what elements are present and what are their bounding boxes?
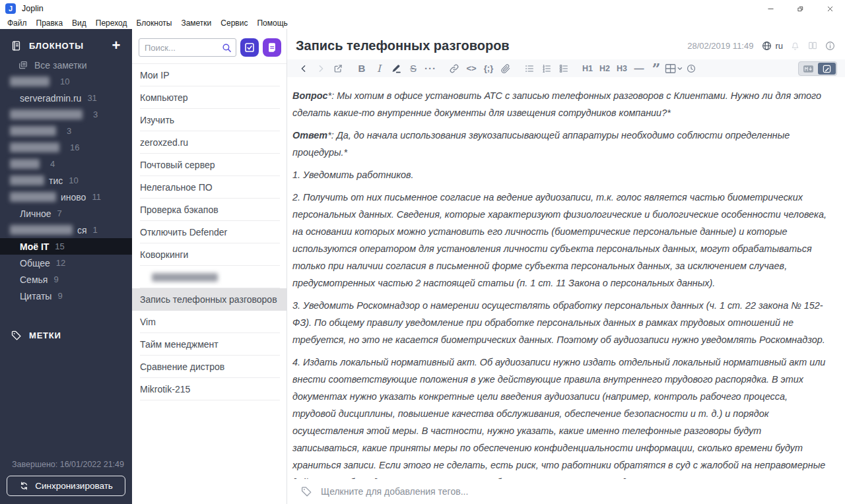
note-title: zeroxzed.ru (140, 137, 188, 148)
sidebar-item-notebook[interactable]: иново11 (0, 189, 132, 205)
sidebar-item-notebook[interactable]: Общее12 (0, 255, 132, 271)
new-note-button[interactable] (263, 38, 281, 57)
menu-item[interactable]: Блокноты (131, 18, 176, 28)
sidebar-item-all-notes[interactable]: Все заметки (0, 57, 132, 73)
title-bar: J Joplin (0, 0, 845, 17)
layout-columns-icon[interactable] (807, 40, 818, 51)
tags-header: МЕТКИ (0, 319, 132, 346)
note-list-item[interactable]: zeroxzed.ru (132, 131, 287, 154)
sidebar-item-notebook[interactable]: Семья9 (0, 271, 132, 288)
menu-item[interactable]: Сервис (216, 18, 252, 28)
new-notebook-button[interactable]: + (108, 39, 124, 52)
attach-file-button[interactable] (497, 60, 514, 77)
sidebar: БЛОКНОТЫ + Все заметки 10serveradmin.ru3… (0, 29, 132, 504)
note-list-item[interactable]: Коворкинги (132, 243, 287, 266)
note-list-item[interactable]: Mikrotik-215 (132, 378, 287, 400)
synchronize-button-label: Синхронизировать (35, 481, 113, 491)
note-list-item[interactable] (132, 266, 287, 288)
menu-item[interactable]: Переход (91, 18, 132, 28)
blockquote-button[interactable]: ” (648, 60, 665, 77)
note-list-item[interactable]: Нелегальное ПО (132, 176, 287, 199)
heading-2-button[interactable]: H2 (596, 60, 613, 77)
note-list-item[interactable]: Почтовый сервер (132, 154, 287, 176)
sidebar-item-notebook[interactable]: ся1 (0, 222, 132, 238)
synchronize-button[interactable]: Синхронизировать (7, 476, 125, 496)
tag-outline-icon (300, 486, 312, 497)
sidebar-item-notebook[interactable]: serveradmin.ru31 (0, 90, 132, 106)
sidebar-item-notebook[interactable]: Цитаты9 (0, 288, 132, 304)
strikethrough-button[interactable]: S (405, 60, 422, 77)
insert-datetime-button[interactable] (683, 60, 700, 77)
note-list-item[interactable]: Тайм менеджмент (132, 333, 287, 356)
horizontal-rule-button[interactable]: — (630, 60, 648, 77)
notebook-label: serveradmin.ru (20, 93, 81, 104)
sidebar-item-notebook[interactable]: 16 (0, 139, 132, 156)
sidebar-item-notebook[interactable]: Личное7 (0, 205, 132, 222)
note-body[interactable]: Вопрос*: Мы хотим в офисе установить АТС… (287, 77, 845, 479)
note-title: Нелегальное ПО (140, 182, 213, 193)
heading-1-button[interactable]: H1 (579, 60, 596, 77)
restore-button[interactable] (786, 0, 815, 17)
insert-table-button[interactable] (665, 60, 683, 77)
note-list-item[interactable]: Проверка бэкапов (132, 199, 287, 221)
note-list-item[interactable]: Изучить (132, 109, 287, 131)
note-title: Мои IP (140, 70, 170, 80)
redacted-label (10, 77, 50, 86)
note-list-item[interactable]: Компьютер (132, 86, 287, 109)
note-count: 9 (57, 291, 62, 301)
note-list-item[interactable]: Vim (132, 311, 287, 333)
highlight-button[interactable] (388, 60, 405, 77)
restore-icon (797, 5, 804, 13)
notebook-label: тис (49, 175, 63, 186)
search-icon (221, 42, 232, 53)
new-todo-button[interactable] (240, 38, 259, 57)
hyperlink-button[interactable] (446, 60, 463, 77)
minimize-button[interactable] (756, 0, 786, 17)
note-list-item[interactable]: Сравнение дистров (132, 356, 287, 378)
notebook-label: Общее (20, 258, 50, 268)
bulleted-list-button[interactable] (521, 60, 538, 77)
tag-icon (11, 330, 22, 341)
sync-icon (19, 481, 29, 491)
sidebar-item-notebook[interactable]: 3 (0, 123, 132, 139)
inline-code-button[interactable]: <> (463, 60, 480, 77)
notebook-label: Моё IT (20, 241, 49, 252)
sidebar-item-notebook[interactable]: Моё IT15 (0, 238, 132, 255)
tag-bar[interactable]: Щелкните для добавления тегов... (287, 479, 845, 504)
markdown-view-button[interactable] (799, 63, 817, 75)
heading-3-button[interactable]: H3 (613, 60, 630, 77)
menu-item[interactable]: Помощь (252, 18, 292, 28)
redacted-label (10, 175, 44, 185)
checkbox-list-button[interactable] (555, 60, 572, 77)
note-list-item[interactable]: Отключить Defender (132, 221, 287, 243)
note-title: Тайм менеджмент (140, 339, 219, 350)
menu-item[interactable]: Вид (67, 18, 91, 28)
menu-item[interactable]: Заметки (176, 18, 216, 28)
code-block-button[interactable]: {;} (480, 60, 497, 77)
note-timestamp: 28/02/2019 11:49 (687, 41, 753, 51)
sidebar-item-notebook[interactable]: 4 (0, 156, 132, 172)
spellcheck-language-button[interactable]: ru (761, 40, 783, 51)
sidebar-item-notebook[interactable]: 10 (0, 73, 132, 90)
note-list-item[interactable]: Запись телефонных разговоров (132, 288, 287, 311)
note-properties-icon[interactable] (825, 40, 836, 51)
notebook-icon (11, 40, 22, 51)
forward-button[interactable] (312, 60, 329, 77)
close-button[interactable] (815, 0, 845, 17)
menu-item[interactable]: Файл (3, 18, 32, 28)
numbered-list-button[interactable] (538, 60, 555, 77)
alarm-bell-icon[interactable] (790, 40, 801, 51)
note-list-item[interactable]: Мои IP (132, 64, 287, 86)
back-button[interactable] (295, 60, 312, 77)
note-count: 9 (53, 274, 58, 284)
bold-button[interactable]: B (353, 60, 370, 77)
external-edit-button[interactable] (329, 60, 347, 77)
more-options-button[interactable]: ··· (422, 60, 439, 77)
richtext-edit-button[interactable] (818, 63, 836, 75)
sidebar-item-notebook[interactable]: 3 (0, 106, 132, 123)
edit-pencil-icon (821, 64, 832, 74)
italic-button[interactable]: I (370, 60, 388, 77)
note-title-input[interactable]: Запись телефонных разговоров (296, 38, 687, 53)
sidebar-item-notebook[interactable]: тис10 (0, 172, 132, 189)
menu-item[interactable]: Правка (32, 18, 68, 28)
